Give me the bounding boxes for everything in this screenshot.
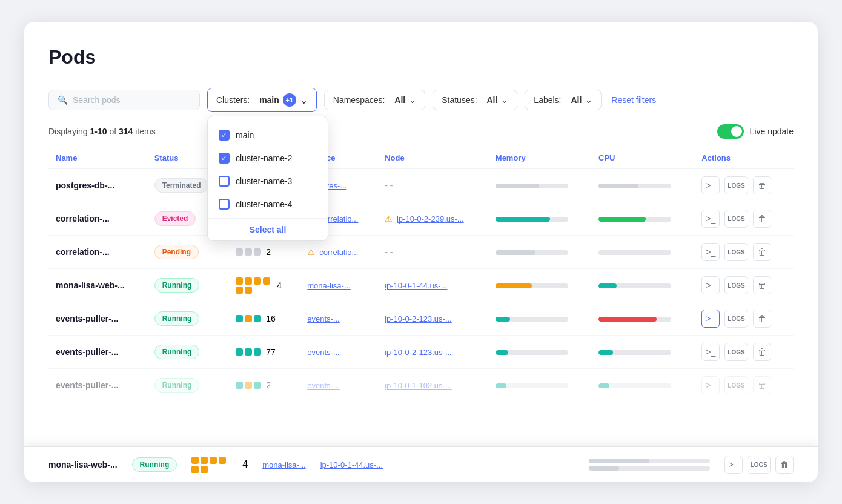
restart-dots (236, 277, 272, 294)
delete-button[interactable]: 🗑 (753, 210, 771, 228)
live-update-label: Live update (750, 127, 794, 136)
clusters-badge: +1 (283, 93, 296, 107)
restart-dots (236, 382, 261, 389)
memory-bar (496, 317, 510, 322)
memory-bar (496, 383, 506, 388)
cpu-bar-container (598, 317, 671, 322)
node-link[interactable]: ip-10-0-2-123.us-... (385, 314, 452, 323)
pods-table: Name Status Restarts Service Node Memory… (48, 147, 794, 402)
terminal-button[interactable]: >_ (701, 176, 720, 194)
service-link[interactable]: mona-lisa-... (307, 281, 351, 290)
terminal-button[interactable]: >_ (701, 243, 720, 261)
cluster-3-checkbox[interactable] (219, 176, 230, 187)
namespaces-label: Namespaces: (333, 95, 385, 105)
labels-filter-button[interactable]: Labels: All ⌄ (525, 90, 602, 110)
cluster-option-3[interactable]: cluster-name-3 (208, 170, 328, 193)
status-badge: Running (154, 378, 200, 393)
dot (245, 348, 252, 356)
restart-dots (236, 248, 261, 256)
cpu-bar (598, 284, 617, 288)
logs-button[interactable]: LOGS (724, 276, 748, 294)
delete-button[interactable]: 🗑 (753, 176, 771, 194)
restarts-count: 4 (277, 280, 282, 290)
node-link[interactable]: ip-10-0-1-102.us-... (385, 381, 452, 390)
labels-value: All (571, 95, 582, 105)
page-title: Pods (48, 46, 794, 68)
dot (219, 457, 226, 464)
statuses-filter-button[interactable]: Statuses: All ⌄ (433, 90, 517, 110)
terminal-button[interactable]: >_ (701, 376, 720, 394)
pod-name: correlation-... (56, 247, 110, 257)
pod-name: events-puller-... (56, 314, 118, 323)
terminal-button[interactable]: >_ (701, 276, 720, 294)
cluster-2-checkbox[interactable]: ✓ (219, 153, 230, 164)
live-update-toggle[interactable] (717, 124, 744, 139)
dot (201, 466, 208, 473)
summary-total: 314 (119, 127, 133, 136)
terminal-button[interactable]: >_ (701, 310, 720, 328)
service-link[interactable]: events-... (307, 348, 339, 357)
terminal-button[interactable]: >_ (701, 343, 720, 361)
search-box[interactable]: 🔍 Search pods (48, 90, 200, 110)
logs-button[interactable]: LOGS (724, 343, 748, 361)
logs-button[interactable]: LOGS (724, 310, 748, 328)
status-badge: Running (154, 278, 200, 293)
cpu-bar-container (598, 350, 671, 355)
col-name: Name (48, 147, 147, 169)
search-icon: 🔍 (58, 95, 68, 105)
delete-button[interactable]: 🗑 (753, 276, 771, 294)
cluster-3-label: cluster-name-3 (236, 176, 292, 186)
col-cpu: CPU (591, 147, 694, 169)
reset-filters-link[interactable]: Reset filters (611, 95, 656, 105)
logs-button[interactable]: LOGS (724, 376, 748, 394)
dot (254, 348, 261, 356)
dot (236, 382, 243, 389)
sticky-logs-button[interactable]: LOGS (748, 456, 771, 474)
clusters-filter-button[interactable]: Clusters: main +1 ⌄ (207, 88, 317, 112)
statuses-value: All (486, 95, 497, 105)
sticky-delete-button[interactable]: 🗑 (775, 456, 794, 474)
cpu-bar-container (598, 383, 671, 388)
node-link[interactable]: ip-10-0-2-123.us-... (385, 348, 452, 357)
cluster-option-main[interactable]: ✓ main (208, 124, 328, 147)
delete-button[interactable]: 🗑 (753, 376, 771, 394)
service-link[interactable]: correlatio... (319, 248, 358, 257)
logs-button[interactable]: LOGS (724, 176, 748, 194)
table-row: correlation-... Evicted ⚠ correlatio... … (48, 202, 794, 236)
delete-button[interactable]: 🗑 (753, 343, 771, 361)
sticky-bar: mona-lisa-web-... Running 4 mona-lisa-..… (24, 446, 818, 482)
actions-cell: >_ LOGS 🗑 (701, 343, 786, 361)
terminal-button[interactable]: >_ (701, 210, 720, 228)
delete-button[interactable]: 🗑 (753, 310, 771, 328)
cluster-4-checkbox[interactable] (219, 199, 230, 210)
dot (245, 382, 252, 389)
restart-dots (236, 315, 261, 322)
select-all-button[interactable]: Select all (250, 225, 287, 234)
summary-row: Displaying 1-10 of 314 items Live update (48, 124, 794, 139)
cpu-bar-container (598, 284, 671, 288)
cluster-option-4[interactable]: cluster-name-4 (208, 193, 328, 216)
node-link[interactable]: ip-10-0-2-239.us-... (397, 214, 464, 224)
memory-bar (496, 184, 539, 188)
service-link[interactable]: events-... (307, 381, 339, 390)
table-row: events-puller-... Running 77 events-. (48, 336, 794, 369)
statuses-label: Statuses: (442, 95, 477, 105)
delete-button[interactable]: 🗑 (753, 243, 771, 261)
cluster-main-checkbox[interactable]: ✓ (219, 130, 230, 141)
service-link[interactable]: events-... (307, 314, 339, 323)
memory-bar-container (496, 317, 568, 322)
actions-cell: >_ LOGS 🗑 (701, 243, 786, 261)
sticky-service-link[interactable]: mona-lisa-... (262, 460, 306, 469)
pod-name: correlation-... (56, 214, 110, 224)
logs-button[interactable]: LOGS (724, 243, 748, 261)
warning-icon: ⚠ (307, 247, 315, 257)
node-link[interactable]: ip-10-0-1-44.us-... (385, 281, 447, 290)
sticky-cpu-bar-container (589, 466, 710, 471)
namespaces-filter-button[interactable]: Namespaces: All ⌄ (324, 90, 425, 110)
sticky-node-link[interactable]: ip-10-0-1-44.us-... (320, 460, 383, 469)
cluster-option-2[interactable]: ✓ cluster-name-2 (208, 147, 328, 170)
memory-bar (496, 284, 532, 288)
dot (245, 287, 252, 294)
logs-button[interactable]: LOGS (724, 210, 748, 228)
sticky-terminal-button[interactable]: >_ (724, 456, 743, 474)
